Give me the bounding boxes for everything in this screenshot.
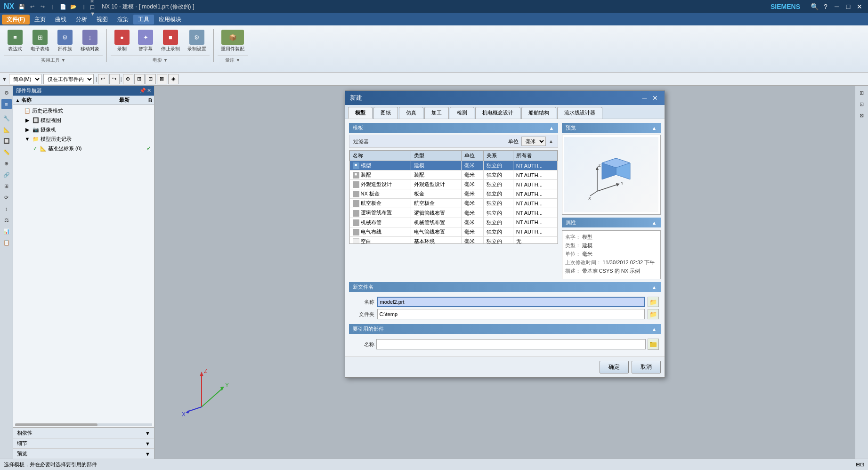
nav-row-model-view[interactable]: ▶ 🔲 模型视图 (14, 115, 153, 125)
row-aerospace-name: 航空板金 (349, 199, 411, 208)
ribbon-btn-caption[interactable]: ✦ 智字幕 (134, 27, 157, 55)
cancel-btn[interactable]: 取消 (632, 361, 661, 373)
ribbon-btn-recordset[interactable]: ⚙ 录制设置 (184, 27, 210, 55)
undo-icon[interactable]: ↩ (27, 2, 37, 11)
sidebar-icon-6[interactable]: ⊕ (1, 158, 12, 169)
ref-browse-btn[interactable] (648, 339, 659, 350)
template-row-aerospace[interactable]: 航空板金 航空板金 毫米 独立的 NT AUTH... (349, 199, 557, 208)
right-sidebar-icon-3[interactable]: ⊠ (857, 110, 867, 121)
toolbar-btn-5[interactable]: ⊡ (146, 74, 156, 84)
menu-render[interactable]: 渲染 (113, 15, 133, 24)
template-row-sheetmetal[interactable]: NX 板金 板金 毫米 独立的 NT AUTH... (349, 189, 557, 199)
minimize-btn[interactable]: ─ (832, 2, 842, 11)
sidebar-settings-icon[interactable]: ⚙ (1, 88, 12, 98)
nav-bottom-dependency[interactable]: 相依性 ▼ (13, 428, 154, 438)
template-row-elec-wire[interactable]: 电气布线 电气管线布置 毫米 独立的 NT AUTH... (349, 227, 557, 236)
dialog-close-btn[interactable]: ✕ (650, 93, 660, 103)
navigator-pin-icon[interactable]: 📌 (139, 88, 146, 94)
nav-bottom-preview[interactable]: 预览 ▼ (13, 448, 154, 459)
menu-analysis[interactable]: 分析 (71, 15, 92, 24)
template-collapse-icon[interactable]: ▲ (549, 125, 554, 131)
menu-tools[interactable]: 工具 (133, 15, 154, 24)
toolbar-btn-6[interactable]: ⊠ (157, 74, 167, 84)
toolbar-btn-3[interactable]: ⊕ (123, 74, 133, 84)
toolbar-btn-4[interactable]: ⊞ (134, 74, 145, 84)
tab-simulation[interactable]: 仿真 (399, 107, 423, 119)
save-icon[interactable]: 💾 (17, 2, 26, 11)
ribbon-btn-stoprecord[interactable]: ■ 停止录制 (158, 27, 183, 55)
right-sidebar-icon-1[interactable]: ⊞ (857, 88, 867, 98)
tab-drawing[interactable]: 图纸 (373, 107, 398, 119)
sidebar-icon-10[interactable]: ↕ (1, 203, 12, 214)
new-icon[interactable]: 📄 (58, 2, 68, 11)
confirm-btn[interactable]: 确定 (600, 361, 629, 373)
ribbon-btn-record[interactable]: ● 录制 (111, 27, 133, 55)
ribbon-btn-spreadsheet[interactable]: ⊞ 电子表格 (27, 27, 53, 55)
unit-select[interactable]: 毫米 英寸 (521, 137, 546, 146)
maximize-btn[interactable]: □ (844, 2, 853, 11)
ref-collapse-icon[interactable]: ▲ (652, 326, 657, 332)
ribbon-btn-expression[interactable]: ≡ 表达式 (4, 27, 26, 55)
tab-ship[interactable]: 船舶结构 (521, 107, 556, 119)
template-row-blank[interactable]: 空白 基本环境 毫米 独立的 无 (349, 236, 557, 244)
menu-curve[interactable]: 曲线 (50, 15, 71, 24)
open-icon[interactable]: 📂 (69, 2, 78, 11)
search-btn[interactable]: 🔍 (810, 2, 819, 11)
ribbon-btn-reuse[interactable]: 📦 重用件装配 (218, 27, 248, 55)
sidebar-icon-11[interactable]: ⚖ (1, 215, 12, 225)
sidebar-icon-4[interactable]: 🔲 (1, 136, 12, 146)
sidebar-icon-3[interactable]: 📐 (1, 124, 12, 135)
sidebar-partnavigator-icon[interactable]: ≡ (1, 99, 12, 109)
nav-row-history-mode[interactable]: 📋 历史记录模式 (14, 106, 153, 115)
sidebar-icon-13[interactable]: 📋 (1, 237, 12, 248)
menu-home[interactable]: 主页 (30, 15, 50, 24)
dialog-minimize-btn[interactable]: ─ (640, 93, 649, 103)
menu-file[interactable]: 文件(F) (2, 15, 30, 24)
template-row-mech-pipe[interactable]: 机械布管 机械管线布置 毫米 独立的 NT AUTH... (349, 218, 557, 227)
filename-folder-browse-btn[interactable]: 📁 (648, 309, 659, 319)
newfile-collapse-icon[interactable]: ▲ (652, 284, 657, 290)
ribbon-btn-moveobj[interactable]: ↕ 移动对象 (77, 27, 103, 55)
sidebar-icon-9[interactable]: ⟳ (1, 192, 12, 203)
toolbar-btn-7[interactable]: ◈ (168, 74, 178, 84)
template-row-logic-pipe[interactable]: 逻辑管线布置 逻辑管线布置 毫米 独立的 NT AUTH... (349, 208, 557, 218)
ref-name-input[interactable] (376, 339, 646, 349)
navigator-scrollbar[interactable] (15, 423, 152, 426)
attr-collapse-icon[interactable]: ▲ (652, 220, 657, 226)
template-row-assembly[interactable]: ■装配 装配 毫米 独立的 NT AUTH... (349, 170, 557, 180)
filename-name-input[interactable] (377, 297, 645, 307)
tab-inspection[interactable]: 检测 (450, 107, 474, 119)
toolbar-btn-2[interactable]: ↪ (109, 74, 120, 84)
filter-collapse-icon[interactable]: ▲ (549, 138, 554, 144)
sidebar-icon-5[interactable]: 📏 (1, 147, 12, 157)
filename-folder-input[interactable] (377, 309, 645, 319)
menu-view[interactable]: 视图 (92, 15, 113, 24)
sidebar-icon-12[interactable]: 📊 (1, 226, 12, 236)
sidebar-icon-8[interactable]: ⊞ (1, 181, 12, 191)
right-sidebar-icon-2[interactable]: ⊡ (857, 99, 867, 109)
nav-bottom-detail[interactable]: 细节 ▼ (13, 438, 154, 448)
template-row-model[interactable]: ■模型 建模 毫米 独立的 NT AUTH... (349, 161, 557, 170)
sidebar-icon-2[interactable]: 🔧 (1, 113, 12, 123)
redo-icon[interactable]: ↪ (38, 2, 47, 11)
close-btn[interactable]: ✕ (855, 2, 864, 11)
window-menu-icon[interactable]: 窗口▼ (89, 2, 99, 11)
toolbar-btn-1[interactable]: ↩ (98, 74, 108, 84)
preview-collapse-icon[interactable]: ▲ (652, 125, 657, 131)
tab-mechatronics[interactable]: 机电概念设计 (475, 107, 520, 119)
nav-row-history[interactable]: ▼ 📁 模型历史记录 (14, 134, 153, 144)
navigator-close-icon[interactable]: ✕ (147, 88, 151, 94)
menu-apps[interactable]: 应用模块 (154, 15, 186, 24)
ribbon-btn-partfamily[interactable]: ⚙ 部件族 (54, 27, 76, 55)
tab-pipeline[interactable]: 流水线设计器 (557, 107, 602, 119)
filename-name-browse-btn[interactable]: 📁 (648, 297, 659, 307)
scope-select[interactable]: 仅在工作部件内 (43, 74, 94, 84)
sidebar-icon-7[interactable]: 🔗 (1, 170, 12, 180)
tab-machining[interactable]: 加工 (424, 107, 449, 119)
template-row-exterior[interactable]: 外观造型设计 外观造型设计 毫米 独立的 NT AUTH... (349, 180, 557, 189)
tab-model[interactable]: 模型 (348, 107, 373, 119)
snap-select[interactable]: 简单(M) (9, 74, 41, 84)
nav-row-datum[interactable]: ✓ 📐 基准坐标系 (0) ✓ (14, 144, 153, 153)
help-btn[interactable]: ? (821, 2, 830, 11)
nav-row-camera[interactable]: ▶ 📷 摄像机 (14, 125, 153, 134)
